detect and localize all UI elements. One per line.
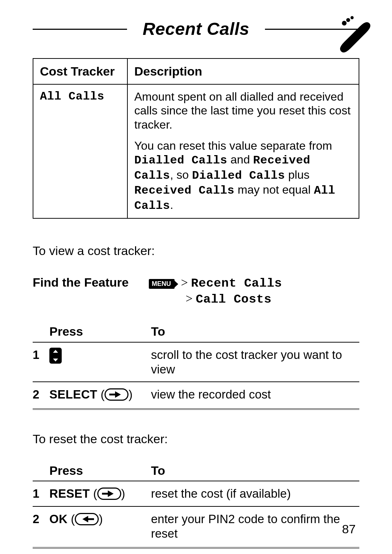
step-num: 1 xyxy=(33,342,49,382)
softkey-label: SELECT xyxy=(49,388,97,401)
press-cell: SELECT () xyxy=(49,382,151,409)
step-to: scroll to the cost tracker you want to v… xyxy=(151,342,359,382)
page-number: 87 xyxy=(342,522,356,537)
step-num: 2 xyxy=(33,506,49,548)
step-to: view the recorded cost xyxy=(151,382,359,409)
svg-point-1 xyxy=(346,18,350,22)
find-the-feature: Find the Feature MENU > Recent Calls > C… xyxy=(33,275,359,307)
steps-head-press: Press xyxy=(49,463,151,481)
svg-point-2 xyxy=(351,16,354,19)
view-steps-table: Press To 1 scroll to the cost tracker yo… xyxy=(33,324,359,410)
ct-row-name: All Calls xyxy=(33,84,127,218)
steps-head-to: To xyxy=(151,324,359,342)
press-cell xyxy=(49,342,151,382)
right-softkey-icon xyxy=(97,488,121,500)
reset-intro: To reset the cost tracker: xyxy=(33,432,359,446)
path-recent-calls: Recent Calls xyxy=(191,276,282,290)
ftf-label: Find the Feature xyxy=(33,275,138,290)
reset-step-1: 1 RESET () reset the cost (if available) xyxy=(33,481,359,506)
path-call-costs: Call Costs xyxy=(196,292,271,306)
press-cell: OK () xyxy=(49,506,151,548)
softkey-label: OK xyxy=(49,512,68,526)
reset-steps-table: Press To 1 RESET () reset the cost (if a… xyxy=(33,463,359,549)
path-gt1: > xyxy=(181,276,191,289)
step-num: 2 xyxy=(33,382,49,409)
page-title: Recent Calls xyxy=(127,19,265,40)
feature-path: MENU > Recent Calls > Call Costs xyxy=(149,275,282,307)
softkey-label: RESET xyxy=(49,487,90,500)
ct-desc-p1: Amount spent on all dialled and received… xyxy=(134,90,352,132)
nav-key-icon xyxy=(49,348,62,364)
reset-step-2: 2 OK () enter your PIN2 code to confirm … xyxy=(33,506,359,548)
rule-left xyxy=(33,29,127,30)
step-to: reset the cost (if available) xyxy=(151,481,359,506)
step-num: 1 xyxy=(33,481,49,506)
step-to: enter your PIN2 code to confirm the rese… xyxy=(151,506,359,548)
right-softkey-icon xyxy=(105,388,128,401)
left-softkey-icon xyxy=(75,513,99,525)
view-intro: To view a cost tracker: xyxy=(33,243,359,258)
view-step-1: 1 scroll to the cost tracker you want to… xyxy=(33,342,359,382)
menu-key-icon: MENU xyxy=(149,279,175,289)
steps-head-to: To xyxy=(151,463,359,481)
phone-handset-icon xyxy=(332,15,372,54)
steps-head-press: Press xyxy=(49,324,151,342)
press-cell: RESET () xyxy=(49,481,151,506)
ct-head-desc: Description xyxy=(127,58,359,84)
ct-row-desc: Amount spent on all dialled and received… xyxy=(127,84,359,218)
ct-head-tracker: Cost Tracker xyxy=(33,58,127,84)
page-header: Recent Calls xyxy=(33,15,359,44)
svg-point-0 xyxy=(342,21,347,25)
ct-desc-p2: You can reset this value separate from D… xyxy=(134,139,352,213)
cost-tracker-table: Cost Tracker Description All Calls Amoun… xyxy=(33,58,359,219)
path-gt2: > xyxy=(185,292,196,305)
view-step-2: 2 SELECT () view the recorded cost xyxy=(33,382,359,409)
